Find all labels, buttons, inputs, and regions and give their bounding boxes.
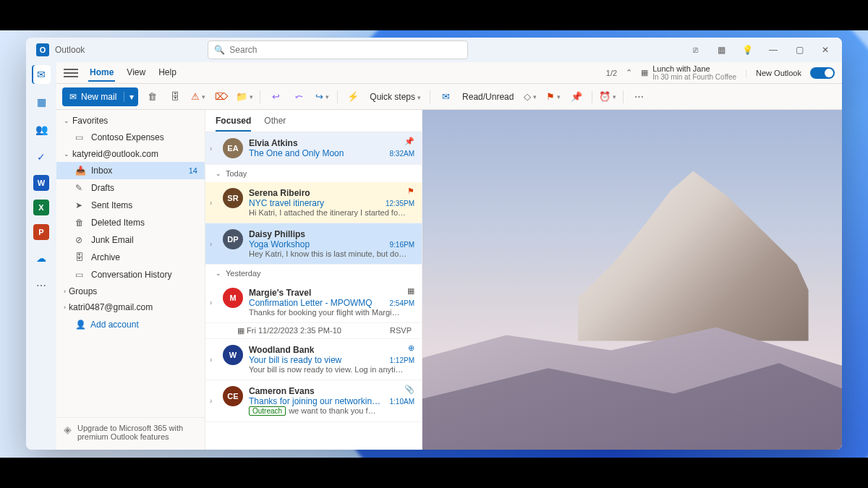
rail-mail[interactable]: ✉ bbox=[32, 65, 51, 84]
account2-label: katri0487@gmail.com bbox=[69, 302, 153, 312]
new-outlook-toggle[interactable] bbox=[810, 67, 835, 79]
peek-event-subtitle: In 30 min at Fourth Coffee bbox=[652, 73, 736, 81]
add-account-button[interactable]: 👤 Add account bbox=[56, 315, 205, 334]
meeting-rsvp-row[interactable]: ▦ Fri 11/22/2023 2:35 PM-10RSVP bbox=[205, 323, 422, 339]
maximize-button[interactable]: ▢ bbox=[787, 40, 812, 60]
archive-icon[interactable]: 🗄 bbox=[166, 87, 184, 106]
rail-powerpoint[interactable]: P bbox=[33, 224, 49, 240]
date-separator[interactable]: ⌄Yesterday bbox=[205, 265, 422, 282]
folder-icon: ✎ bbox=[75, 183, 85, 193]
expand-icon[interactable]: › bbox=[210, 356, 217, 364]
flag-icon[interactable]: ⚑ bbox=[544, 87, 563, 106]
folder-junk-email[interactable]: ⊘Junk Email bbox=[56, 231, 205, 249]
folder-deleted-items[interactable]: 🗑Deleted Items bbox=[56, 214, 205, 231]
chevron-down-icon: ⌄ bbox=[64, 150, 69, 158]
folder-archive[interactable]: 🗄Archive bbox=[56, 249, 205, 266]
reading-pane bbox=[422, 110, 842, 450]
expand-icon[interactable]: › bbox=[210, 199, 217, 207]
diamond-icon: ◈ bbox=[64, 424, 72, 435]
calendar-peek[interactable]: ▦ Lunch with Jane In 30 min at Fourth Co… bbox=[641, 64, 736, 81]
rail-todo[interactable]: ✓ bbox=[32, 147, 51, 166]
tab-home[interactable]: Home bbox=[88, 64, 115, 82]
rail-excel[interactable]: X bbox=[33, 200, 49, 215]
favorites-header[interactable]: ⌄ Favorites bbox=[56, 113, 205, 129]
move-to-icon[interactable]: 📁 bbox=[235, 87, 254, 106]
new-mail-split[interactable]: ▾ bbox=[124, 92, 138, 102]
forward-icon[interactable]: ↪ bbox=[312, 87, 331, 106]
expand-icon[interactable]: › bbox=[210, 145, 217, 153]
snooze-icon[interactable]: ⏰ bbox=[598, 87, 617, 106]
sweep-icon[interactable]: ⌦ bbox=[212, 87, 231, 106]
close-button[interactable]: ✕ bbox=[813, 40, 838, 60]
tab-help[interactable]: Help bbox=[157, 64, 178, 82]
reply-icon[interactable]: ↩ bbox=[266, 87, 285, 106]
pin-icon[interactable]: 📌 bbox=[567, 87, 586, 106]
new-mail-label: New mail bbox=[81, 92, 116, 102]
unread-count: 14 bbox=[189, 166, 197, 175]
rail-word[interactable]: W bbox=[33, 175, 49, 191]
account2-header[interactable]: › katri0487@gmail.com bbox=[56, 299, 205, 315]
letterbox bbox=[0, 0, 868, 30]
calendar-day-icon[interactable]: ▦ bbox=[709, 40, 733, 60]
rail-calendar[interactable]: ▦ bbox=[32, 93, 51, 111]
message-item[interactable]: › DP Daisy Phillips Yoga Workshop9:16PM … bbox=[205, 223, 422, 265]
message-time: 9:16PM bbox=[390, 241, 414, 249]
categorize-icon[interactable]: ◇ bbox=[521, 87, 540, 106]
more-icon[interactable]: ⋯ bbox=[629, 87, 648, 106]
rail-people[interactable]: 👥 bbox=[32, 120, 51, 139]
message-time: 8:32AM bbox=[390, 150, 414, 158]
folder-drafts[interactable]: ✎Drafts bbox=[56, 179, 205, 197]
groups-header[interactable]: › Groups bbox=[56, 283, 205, 299]
expand-icon[interactable]: › bbox=[210, 299, 217, 307]
pin-icon: 📌 bbox=[404, 137, 414, 146]
app-rail: ✉▦👥✓WXP☁⋯ bbox=[26, 62, 56, 450]
search-box[interactable]: 🔍 bbox=[208, 40, 468, 59]
meet-now-icon[interactable]: ⎚ bbox=[683, 40, 707, 60]
rsvp-button[interactable]: RSVP bbox=[390, 326, 412, 335]
quick-steps-button[interactable]: Quick steps bbox=[367, 92, 424, 102]
message-subject: NYC travel itinerary bbox=[249, 198, 324, 208]
message-item[interactable]: › W Woodland Bank Your bill is ready to … bbox=[205, 339, 422, 380]
folder-label: Inbox bbox=[91, 166, 112, 176]
message-item[interactable]: › CE Cameron Evans Thanks for joining ou… bbox=[205, 380, 422, 422]
tab-other[interactable]: Other bbox=[264, 116, 286, 132]
search-input[interactable] bbox=[229, 45, 461, 55]
mail-icon: ✉ bbox=[69, 92, 77, 102]
message-item[interactable]: › M Margie's Travel Confirmation Letter … bbox=[205, 282, 422, 323]
nav-up-icon[interactable]: ⌃ bbox=[626, 68, 632, 77]
rail-onedrive[interactable]: ☁ bbox=[32, 249, 51, 267]
minimize-button[interactable]: — bbox=[761, 40, 786, 60]
tab-view[interactable]: View bbox=[125, 64, 147, 82]
expand-icon[interactable]: › bbox=[210, 240, 217, 248]
read-unread-button[interactable]: Read/Unread bbox=[459, 92, 516, 102]
delete-icon[interactable]: 🗑 bbox=[142, 87, 161, 106]
folder-inbox[interactable]: 📥Inbox14 bbox=[56, 162, 205, 179]
message-from: Cameron Evans bbox=[249, 386, 315, 396]
reply-all-icon[interactable]: ⤺ bbox=[289, 87, 308, 106]
tab-focused[interactable]: Focused bbox=[216, 116, 251, 132]
folder-sent-items[interactable]: ➤Sent Items bbox=[56, 197, 205, 214]
folder-contoso-expenses[interactable]: ▭ Contoso Expenses bbox=[56, 129, 205, 146]
upsell-banner[interactable]: ◈ Upgrade to Microsoft 365 with premium … bbox=[56, 417, 205, 447]
message-preview: Thanks for booking your flight with Marg… bbox=[249, 308, 414, 317]
message-item[interactable]: › SR Serena Ribeiro NYC travel itinerary… bbox=[205, 182, 422, 223]
date-separator[interactable]: ⌄Today bbox=[205, 165, 422, 182]
message-item[interactable]: › EA Elvia Atkins The One and Only Moon8… bbox=[205, 132, 422, 165]
message-from: Serena Ribeiro bbox=[249, 188, 310, 198]
message-subject: Yoga Workshop bbox=[249, 239, 310, 249]
hamburger-icon[interactable] bbox=[64, 69, 78, 77]
groups-label: Groups bbox=[69, 286, 97, 296]
attachment-icon: 📎 bbox=[404, 385, 414, 394]
person-add-icon: 👤 bbox=[75, 320, 86, 330]
report-icon[interactable]: ⚠ bbox=[189, 87, 208, 106]
expand-icon[interactable]: › bbox=[210, 397, 217, 405]
folder-icon: ▭ bbox=[75, 132, 85, 142]
account-header[interactable]: ⌄ katyreid@outlook.com bbox=[56, 146, 205, 162]
upsell-text: Upgrade to Microsoft 365 with premium Ou… bbox=[77, 424, 197, 441]
search-icon: 🔍 bbox=[214, 45, 225, 55]
folder-conversation-history[interactable]: ▭Conversation History bbox=[56, 266, 205, 283]
rail-more[interactable]: ⋯ bbox=[32, 276, 51, 295]
chevron-right-icon: › bbox=[64, 304, 66, 311]
new-mail-button[interactable]: ✉New mail ▾ bbox=[62, 87, 138, 106]
lightbulb-icon[interactable]: 💡 bbox=[735, 40, 760, 60]
